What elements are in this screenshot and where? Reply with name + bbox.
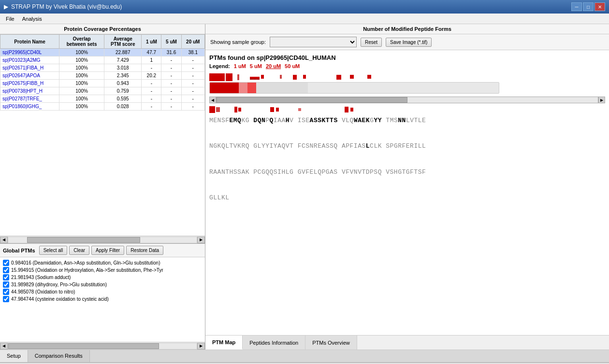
cov-seg-2 (239, 83, 247, 93)
table-row[interactable]: sp|P02675|FIBB_H 100% 0.943 - - - (0, 80, 205, 87)
tab-comparison-results[interactable]: Comparison Results (28, 350, 90, 362)
protein-link[interactable]: sp|P29965|CD40L (2, 50, 42, 55)
ptm-bar-9 (336, 75, 341, 80)
ptm-list-item[interactable]: 0.984016 (Deamidation, Asn->Asp substitu… (2, 259, 203, 266)
table-row[interactable]: sp|P02647|APOA 100% 2.345 20.2 - - (0, 72, 205, 80)
table-row[interactable]: sp|P01023|A2MG 100% 7.429 1 - - (0, 56, 205, 64)
close-button[interactable]: ✕ (594, 2, 605, 11)
table-row[interactable]: sp|P01860|IGHG_ 100% 0.028 - - - (0, 103, 205, 111)
ptm-bar-6 (280, 75, 282, 79)
ptm-list-item[interactable]: 21.981943 (Sodium adduct) (2, 274, 203, 281)
protein-link[interactable]: sp|P02787|TRFE_ (2, 96, 42, 101)
menu-file[interactable]: File (2, 15, 18, 23)
avg-ptm-cell: 0.943 (104, 80, 142, 87)
hscroll-thumb[interactable] (27, 237, 140, 243)
nav-track[interactable] (216, 97, 598, 103)
ptm-hscroll-thumb[interactable] (8, 343, 159, 349)
um1-cell: - (142, 95, 161, 103)
reset-button[interactable]: Reset (361, 38, 382, 47)
ptm-found-title: PTMs found on sp|P29965|CD40L_HUMAN (209, 54, 605, 61)
ptm-scroll-left-btn[interactable]: ◀ (0, 343, 8, 350)
apply-filter-button[interactable]: Apply Filter (91, 246, 124, 255)
right-tabs: PTM Map Peptides Information PTMs Overvi… (205, 335, 609, 350)
seq1-bold-2: DQN (253, 117, 265, 124)
clear-button[interactable]: Clear (69, 246, 89, 255)
nav-left-arrow[interactable]: ◀ (209, 97, 216, 103)
ptm-hscroll-track[interactable] (8, 343, 197, 350)
seq1-ptm-5 (270, 107, 274, 112)
maximize-button[interactable]: □ (583, 2, 594, 11)
seq1-bold-4: H (286, 117, 290, 124)
ptm-hscrollbar[interactable]: ◀ ▶ (0, 342, 205, 350)
ptm-list-item[interactable]: 47.984744 (cysteine oxidation to cysteic… (2, 295, 203, 303)
restore-data-button[interactable]: Restore Data (126, 246, 163, 255)
scroll-left-btn[interactable]: ◀ (0, 237, 8, 243)
select-all-button[interactable]: Select all (39, 246, 68, 255)
um5-cell: - (161, 64, 181, 72)
menu-analysis[interactable]: Analysis (18, 15, 46, 23)
titlebar: ▶ STRAP PTM by Vivek Bhatia (viv@bu.edu)… (0, 0, 609, 14)
protein-link[interactable]: sp|P02647|APOA (2, 73, 40, 78)
ptm-filter-section: Global PTMs Select all Clear Apply Filte… (0, 243, 205, 350)
minimize-button[interactable]: ─ (571, 2, 582, 11)
nav-thumb[interactable] (217, 97, 407, 103)
protein-link[interactable]: sp|P02671|FIBA_H (2, 65, 44, 70)
tab-setup[interactable]: Setup (0, 350, 28, 362)
nav-right-arrow[interactable]: ▶ (598, 97, 605, 103)
ptm-list-item[interactable]: 44.985078 (Oxidation to nitro) (2, 288, 203, 295)
seq-bars-1 (209, 105, 605, 114)
col-avg-ptm: AveragePTM score (104, 35, 142, 49)
sample-group-select[interactable] (270, 37, 357, 47)
um1-cell: 20.2 (142, 72, 161, 80)
hscroll-track[interactable] (8, 237, 197, 243)
seq1-normal-7: VLQ (342, 117, 354, 124)
ptm-list-item[interactable]: 15.994915 (Oxidation or Hydroxylation, A… (2, 266, 203, 274)
ptm-bar-5 (261, 75, 264, 79)
ptm-checkbox-0[interactable] (3, 260, 9, 266)
table-hscrollbar[interactable]: ◀ ▶ (0, 236, 205, 243)
menubar: File Analysis (0, 14, 609, 24)
ptm-checkbox-5[interactable] (3, 296, 9, 302)
titlebar-controls: ─ □ ✕ (571, 2, 605, 11)
seq1-normal-5: V (290, 117, 298, 124)
avg-ptm-cell: 0.759 (104, 87, 142, 95)
protein-link[interactable]: sp|P01023|A2MG (2, 57, 41, 63)
overlap-cell: 100% (59, 56, 104, 64)
protein-link[interactable]: sp|P02675|FIBB_H (2, 81, 44, 86)
ptm-checkbox-4[interactable] (3, 289, 9, 295)
avg-ptm-cell: 2.345 (104, 72, 142, 80)
ptm-list-item[interactable]: 31.989829 (dihydroxy, Pro->Glu substitut… (2, 281, 203, 288)
table-row[interactable]: sp|P02787|TRFE_ 100% 0.595 - - - (0, 95, 205, 103)
table-row[interactable]: sp|P00738|HPT_H 100% 0.759 - - - (0, 87, 205, 95)
ptm-checkbox-1[interactable] (3, 267, 9, 273)
cov-seg-4 (256, 83, 308, 93)
ptm-list-container[interactable]: 0.984016 (Deamidation, Asn->Asp substitu… (0, 257, 205, 342)
protein-table-container[interactable]: Protein Name Overlapbetween sets Average… (0, 34, 205, 236)
ptm-scroll-right-btn[interactable]: ▶ (197, 343, 205, 350)
tab-ptm-map[interactable]: PTM Map (205, 336, 243, 350)
avg-ptm-cell: 22.887 (104, 49, 142, 56)
ptm-bar-4 (250, 77, 260, 80)
ptm-bar-2 (226, 73, 232, 81)
ptm-checkbox-2[interactable] (3, 274, 9, 280)
um5-cell: - (161, 72, 181, 80)
legend-20um: 20 uM (266, 63, 281, 69)
scroll-right-btn[interactable]: ▶ (197, 237, 205, 243)
protein-link[interactable]: sp|P01860|IGHG_ (2, 104, 42, 109)
protein-table-section: Protein Coverage Percentages Protein Nam… (0, 24, 205, 243)
overlap-cell: 100% (59, 80, 104, 87)
seq-line-1-wrapper: MENSFEMQKG DQNPQIAAHV ISEASSKTTS VLQWAEK… (209, 105, 605, 126)
table-row[interactable]: sp|P29965|CD40L 100% 22.887 47.7 31.6 38… (0, 49, 205, 56)
save-image-button[interactable]: Save Image (*.tif) (386, 38, 432, 47)
tab-ptms-overview[interactable]: PTMs Overview (305, 336, 357, 350)
legend-5um: 5 uM (250, 63, 262, 69)
protein-link[interactable]: sp|P00738|HPT_H (2, 88, 43, 94)
ptm-checkbox-3[interactable] (3, 281, 9, 288)
overlap-cell: 100% (59, 103, 104, 111)
seq-text-2: NGKQLTVKRQ GLYYIYAQVT FCSNREASSQ APFIASL… (209, 140, 605, 152)
table-row[interactable]: sp|P02671|FIBA_H 100% 3.018 - - - (0, 64, 205, 72)
ptm-label-3: 31.989829 (dihydroxy, Pro->Glu substitut… (11, 282, 107, 287)
seq1-bold-6: WAEK (354, 117, 370, 124)
bottom-area: Setup Comparison Results 8 common protei… (0, 350, 609, 364)
tab-peptides-info[interactable]: Peptides Information (243, 336, 305, 350)
